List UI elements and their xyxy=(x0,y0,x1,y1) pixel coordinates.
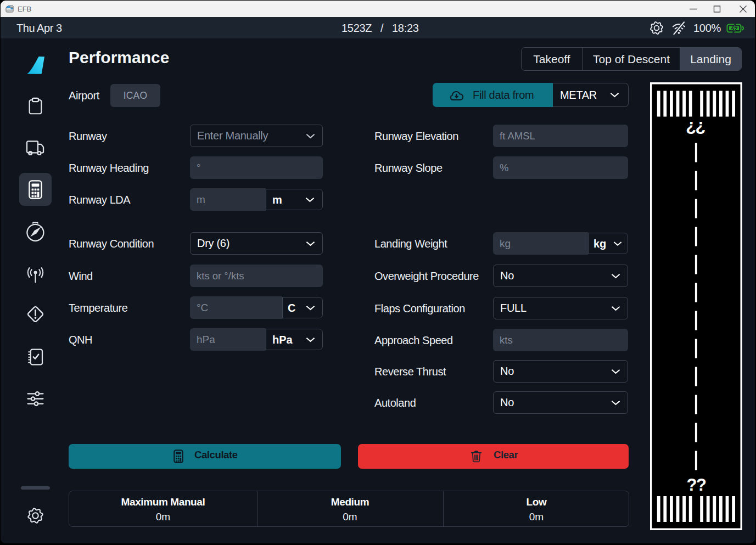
svg-text:??: ?? xyxy=(686,475,705,495)
svg-text:??: ?? xyxy=(686,118,705,137)
